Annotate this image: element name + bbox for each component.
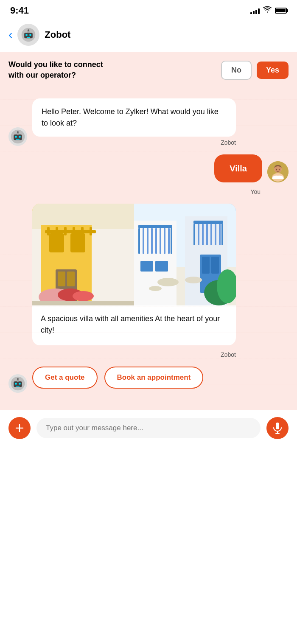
svg-rect-68 <box>219 224 221 245</box>
svg-rect-2 <box>26 34 28 36</box>
svg-rect-37 <box>81 227 84 235</box>
svg-point-14 <box>267 161 289 182</box>
book-appointment-button[interactable]: Book an appointment <box>104 367 204 389</box>
svg-rect-8 <box>14 134 22 140</box>
chat-area: Hello Peter. Welcome to Zylker! What wou… <box>0 88 297 410</box>
svg-rect-40 <box>58 272 65 286</box>
svg-point-17 <box>274 165 282 173</box>
svg-rect-12 <box>17 133 19 135</box>
svg-rect-10 <box>19 136 20 138</box>
svg-point-16 <box>272 173 284 182</box>
wifi-icon <box>263 6 272 15</box>
bot-avatar-header <box>17 24 39 46</box>
svg-point-76 <box>157 278 179 286</box>
svg-rect-31 <box>70 233 85 252</box>
no-button[interactable]: No <box>221 61 252 80</box>
action-buttons: Get a quote Book an appointment <box>32 358 236 393</box>
add-button[interactable] <box>8 417 31 439</box>
user-avatar <box>267 161 289 182</box>
user-message-group: Villa You <box>8 154 289 195</box>
svg-rect-50 <box>138 228 140 254</box>
header-title: Zobot <box>45 29 70 40</box>
svg-point-26 <box>17 378 19 380</box>
bot-message-bubble-1: Hello Peter. Welcome to Zylker! What wou… <box>32 98 236 137</box>
status-time: 9:41 <box>10 5 29 16</box>
svg-rect-55 <box>155 228 157 254</box>
message-input-wrap[interactable] <box>36 418 261 438</box>
svg-point-44 <box>73 291 94 301</box>
svg-rect-32 <box>45 230 96 233</box>
mic-button[interactable] <box>266 417 289 439</box>
svg-rect-11 <box>16 139 20 140</box>
svg-point-78 <box>149 286 162 291</box>
villa-images <box>32 204 236 305</box>
villa-card: A spacious villa with all amenities At t… <box>32 204 236 345</box>
battery-icon <box>275 8 287 14</box>
svg-rect-73 <box>155 261 168 272</box>
svg-rect-56 <box>160 228 161 254</box>
svg-rect-41 <box>67 272 75 286</box>
svg-rect-72 <box>140 261 153 272</box>
operator-question: Would you like to connectwith our operat… <box>8 59 214 81</box>
svg-rect-65 <box>206 224 208 245</box>
operator-banner: Would you like to connectwith our operat… <box>0 52 297 88</box>
svg-point-13 <box>17 132 19 133</box>
message-input[interactable] <box>46 424 251 432</box>
svg-rect-45 <box>32 301 134 305</box>
svg-rect-33 <box>47 227 50 235</box>
svg-point-18 <box>276 169 277 170</box>
svg-rect-64 <box>202 224 204 245</box>
svg-rect-21 <box>14 381 22 387</box>
back-button[interactable]: ‹ <box>8 29 12 41</box>
operator-buttons: No Yes <box>221 61 289 80</box>
svg-rect-57 <box>164 228 165 254</box>
svg-rect-23 <box>19 383 20 385</box>
bot-sender-label-2: Zobot <box>32 351 236 358</box>
svg-rect-53 <box>147 228 148 254</box>
svg-rect-51 <box>171 228 172 254</box>
user-sender-label: You <box>250 188 261 195</box>
svg-rect-71 <box>211 257 219 274</box>
svg-rect-34 <box>56 227 58 235</box>
svg-rect-67 <box>215 224 216 245</box>
bot-avatar-chat-2 <box>8 374 27 393</box>
get-quote-button[interactable]: Get a quote <box>32 367 98 389</box>
villa-image-right <box>134 204 236 305</box>
svg-rect-62 <box>221 224 223 245</box>
svg-point-19 <box>279 169 280 170</box>
svg-point-77 <box>185 277 202 283</box>
signal-bars-icon <box>250 7 260 14</box>
svg-rect-60 <box>193 221 223 224</box>
svg-point-20 <box>11 377 25 391</box>
svg-rect-9 <box>15 136 17 138</box>
villa-description: A spacious villa with all amenities At t… <box>32 305 236 345</box>
svg-rect-58 <box>168 228 170 254</box>
svg-point-6 <box>28 29 29 31</box>
villa-image-left <box>32 204 134 305</box>
svg-rect-25 <box>17 380 19 382</box>
svg-rect-35 <box>64 227 67 235</box>
svg-rect-70 <box>202 257 210 274</box>
bot-avatar-chat-1 <box>8 127 27 146</box>
svg-rect-36 <box>73 227 75 235</box>
svg-rect-4 <box>27 37 30 38</box>
svg-rect-54 <box>151 228 153 254</box>
svg-rect-30 <box>49 233 64 252</box>
svg-rect-79 <box>276 423 279 429</box>
svg-rect-66 <box>210 224 212 245</box>
bot-sender-label-1: Zobot <box>32 139 236 146</box>
svg-rect-24 <box>16 386 20 387</box>
svg-rect-3 <box>30 34 31 36</box>
status-bar: 9:41 <box>0 0 297 20</box>
svg-rect-38 <box>90 227 92 235</box>
svg-rect-61 <box>193 224 195 245</box>
bot-villa-card-row: A spacious villa with all amenities At t… <box>8 204 289 393</box>
svg-point-7 <box>11 130 25 144</box>
chat-header: ‹ Zobot <box>0 20 297 52</box>
user-message-bubble: Villa <box>214 154 262 182</box>
svg-rect-49 <box>138 225 172 228</box>
svg-point-15 <box>274 165 282 173</box>
status-icons <box>250 6 287 15</box>
yes-button[interactable]: Yes <box>257 62 289 79</box>
bot-message-row-1: Hello Peter. Welcome to Zylker! What wou… <box>8 98 289 146</box>
